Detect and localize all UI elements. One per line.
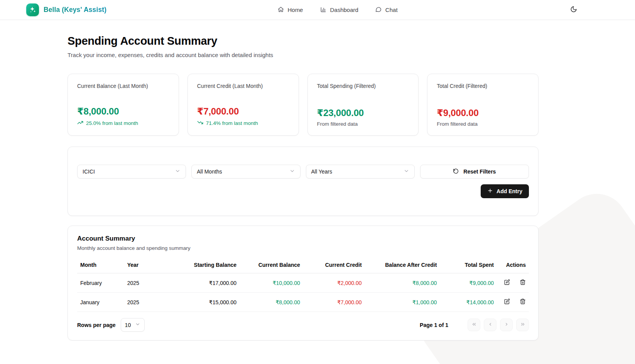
- stat-card-total-credit: Total Credit (Filtered) ₹9,000.00 From f…: [427, 74, 539, 136]
- month-select[interactable]: All Months: [191, 165, 300, 179]
- chevron-down-icon: [135, 322, 140, 328]
- theme-toggle-button[interactable]: [570, 6, 577, 14]
- nav-item-home[interactable]: Home: [277, 6, 303, 14]
- nav-item-dashboard[interactable]: Dashboard: [320, 6, 358, 14]
- delete-row-button[interactable]: [520, 279, 526, 286]
- prev-page-button[interactable]: [484, 318, 497, 331]
- stat-label: Total Spending (Filtered): [317, 83, 409, 89]
- cell-starting-balance: ₹17,000.00: [170, 273, 240, 293]
- edit-row-button[interactable]: [504, 279, 510, 286]
- rows-per-page-select[interactable]: 10: [121, 318, 145, 332]
- nav-item-chat[interactable]: Chat: [375, 6, 398, 14]
- nav-item-label: Home: [287, 7, 303, 13]
- cell-month: January: [77, 293, 124, 312]
- stat-trend: From filtered data: [317, 121, 409, 127]
- reset-filters-button[interactable]: Reset Filters: [420, 165, 529, 179]
- stat-label: Current Credit (Last Month): [197, 83, 289, 89]
- rows-per-page-value: 10: [125, 322, 131, 328]
- stat-cards-row: Current Balance (Last Month) ₹8,000.00 2…: [68, 74, 539, 136]
- table-row: February 2025 ₹17,000.00 ₹10,000.00 ₹2,0…: [77, 273, 529, 293]
- edit-icon: [504, 279, 510, 286]
- cell-total-spent: ₹14,000.00: [440, 293, 497, 312]
- column-header-starting-balance: Starting Balance: [170, 258, 240, 273]
- filter-row: ICICI All Months All Years: [77, 165, 529, 179]
- stat-card-total-spending: Total Spending (Filtered) ₹23,000.00 Fro…: [307, 74, 419, 136]
- add-entry-label: Add Entry: [497, 188, 522, 194]
- month-select-value: All Months: [197, 169, 222, 175]
- first-page-button[interactable]: [468, 318, 480, 331]
- chevron-down-icon: [289, 168, 295, 175]
- year-select[interactable]: All Years: [306, 165, 415, 179]
- brand-name: Bella (Keys' Assist): [44, 6, 106, 14]
- stat-trend: From filtered data: [437, 121, 529, 127]
- last-page-icon: [520, 322, 525, 328]
- account-summary-card: Account Summary Monthly account balance …: [68, 226, 539, 340]
- bar-chart-icon: [320, 6, 326, 14]
- chevron-down-icon: [404, 168, 409, 175]
- edit-icon: [504, 298, 510, 306]
- brand-logo-link[interactable]: Bella (Keys' Assist): [26, 3, 106, 16]
- nav-item-label: Dashboard: [330, 7, 358, 13]
- table-title: Account Summary: [77, 235, 529, 243]
- rotate-ccw-icon: [453, 168, 459, 175]
- trash-icon: [520, 298, 526, 306]
- rows-per-page: Rows per page 10: [77, 318, 145, 332]
- chat-bubble-icon: [375, 6, 382, 14]
- stat-trend: 25.0% from last month: [77, 120, 169, 127]
- add-entry-button[interactable]: Add Entry: [481, 184, 529, 198]
- cell-starting-balance: ₹15,000.00: [170, 293, 240, 312]
- sparkles-icon: [26, 3, 39, 16]
- stat-trend: 71.4% from last month: [197, 120, 289, 127]
- cell-current-balance: ₹10,000.00: [240, 273, 303, 293]
- column-header-current-balance: Current Balance: [240, 258, 303, 273]
- page-title: Spending Account Summary: [68, 35, 539, 47]
- nav-item-label: Chat: [385, 7, 398, 13]
- filters-panel: ICICI All Months All Years: [68, 147, 539, 216]
- next-page-button[interactable]: [500, 318, 513, 331]
- prev-page-icon: [488, 322, 493, 328]
- cell-current-balance: ₹8,000.00: [240, 293, 303, 312]
- stat-value: ₹9,000.00: [437, 108, 529, 118]
- rows-per-page-label: Rows per page: [77, 322, 116, 328]
- stat-value: ₹7,000.00: [197, 106, 289, 117]
- year-select-value: All Years: [311, 169, 332, 175]
- stat-card-current-credit: Current Credit (Last Month) ₹7,000.00 71…: [187, 74, 299, 136]
- page-info: Page 1 of 1: [420, 322, 448, 328]
- stat-trend-text: 25.0% from last month: [86, 120, 138, 126]
- cell-balance-after-credit: ₹8,000.00: [365, 273, 440, 293]
- chevron-down-icon: [175, 168, 181, 175]
- stat-trend-text: From filtered data: [317, 121, 358, 127]
- main-content: Spending Account Summary Track your inco…: [68, 20, 539, 340]
- trash-icon: [520, 279, 526, 286]
- row-actions: [500, 298, 526, 306]
- column-header-actions: Actions: [497, 258, 529, 273]
- stat-card-current-balance: Current Balance (Last Month) ₹8,000.00 2…: [68, 74, 179, 136]
- stat-value: ₹8,000.00: [77, 106, 169, 117]
- edit-row-button[interactable]: [504, 298, 510, 306]
- column-header-current-credit: Current Credit: [303, 258, 365, 273]
- cell-year: 2025: [124, 293, 171, 312]
- add-entry-row: Add Entry: [77, 184, 529, 198]
- pager: Page 1 of 1: [420, 318, 529, 331]
- home-icon: [277, 6, 284, 14]
- column-header-year: Year: [124, 258, 171, 273]
- delete-row-button[interactable]: [520, 298, 526, 306]
- pagination-buttons: [468, 318, 529, 331]
- table-subtitle: Monthly account balance and spending sum…: [77, 245, 529, 251]
- stat-label: Total Credit (Filtered): [437, 83, 529, 89]
- last-page-button[interactable]: [516, 318, 529, 331]
- row-actions: [500, 279, 526, 286]
- cell-month: February: [77, 273, 124, 293]
- cell-year: 2025: [124, 273, 171, 293]
- stat-trend-text: From filtered data: [437, 121, 478, 127]
- next-page-icon: [504, 322, 509, 328]
- moon-icon: [570, 6, 577, 14]
- trending-up-icon: [77, 120, 83, 127]
- cell-balance-after-credit: ₹1,000.00: [365, 293, 440, 312]
- account-summary-table: Month Year Starting Balance Current Bala…: [77, 258, 529, 312]
- column-header-balance-after-credit: Balance After Credit: [365, 258, 440, 273]
- bank-select[interactable]: ICICI: [77, 165, 186, 179]
- first-page-icon: [471, 322, 477, 328]
- column-header-total-spent: Total Spent: [440, 258, 497, 273]
- cell-current-credit: ₹2,000.00: [303, 273, 365, 293]
